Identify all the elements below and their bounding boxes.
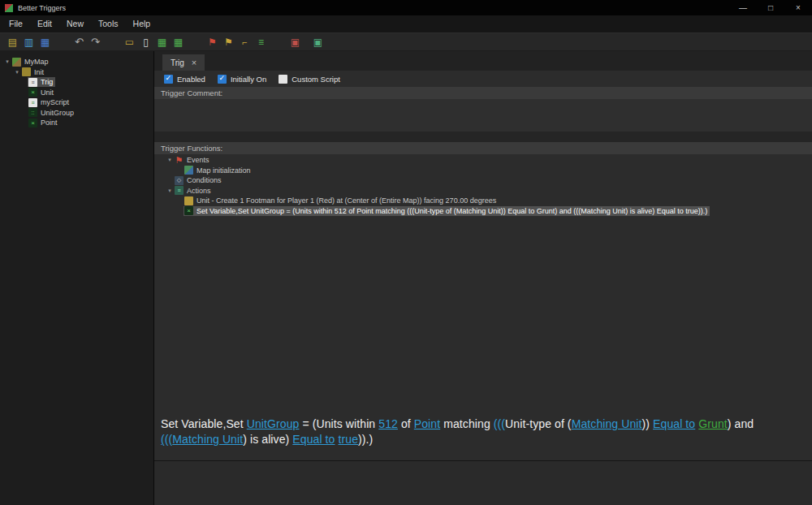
checkbox-label: Enabled [177,75,205,84]
tab-label: Trig [171,58,184,67]
toolbar: ▤ ▥ ▦ ↶ ↷ ▭ ▯ ▦ ▦ ⚑ ⚑ ⌐ ≡ ▣ ▣ [0,32,812,51]
tree-item-label: myScript [41,98,69,106]
window-title: Better Triggers [18,4,66,12]
enabled-checkbox[interactable]: Enabled [164,75,205,84]
function-node-events[interactable]: Events [154,155,812,166]
redo-icon[interactable]: ↷ [88,35,103,49]
trigger-comment-input[interactable] [154,99,812,132]
param-unit-type-link[interactable]: Grunt [698,417,728,430]
checkbox-checked-icon [218,75,227,84]
tree-item-unitgroup[interactable]: UnitGroup [0,108,153,119]
tree-item-label: Point [41,119,58,127]
trigger-functions-label: Trigger Functions: [154,142,812,154]
tree-item-mymap[interactable]: MyMap [0,57,153,67]
param-point-link[interactable]: Point [414,417,440,430]
event-flag-icon[interactable]: ⚑ [205,35,220,49]
menu-new[interactable]: New [59,15,91,32]
unit-action-icon [184,196,193,205]
tree-item-point[interactable]: Point [0,118,153,128]
param-condition-open-link[interactable]: ((( [494,417,505,430]
import-icon[interactable]: ▥ [21,35,37,49]
function-node-label: Events [187,156,209,164]
tab-bar: Trig × [154,51,812,71]
condition-flag-icon[interactable]: ⚑ [221,35,236,49]
close-button[interactable]: × [784,3,812,12]
function-node-conditions[interactable]: Conditions [154,175,812,186]
tab-close-icon[interactable]: × [192,58,197,67]
condition-icon[interactable]: ⌐ [237,35,253,49]
detail-text: Unit-type of ( [505,417,572,430]
conditions-icon [175,176,184,185]
detail-text: Set Variable,Set [161,417,247,430]
script-export-icon[interactable]: ▦ [154,35,170,49]
expand-arrow-icon[interactable] [13,69,21,76]
expand-arrow-icon[interactable] [3,58,11,65]
script-import-icon[interactable]: ▦ [171,35,186,49]
param-operator-link[interactable]: Equal to [653,417,695,430]
bottom-panel [154,460,812,505]
expand-arrow-icon[interactable] [166,157,174,163]
menu-bar: File Edit New Tools Help [0,15,812,32]
trigger-editor: Trig × Enabled Initially On Custom Scrip… [154,51,812,505]
function-node-set-variable[interactable]: Set Variable,Set UnitGroup = (Units with… [154,206,812,217]
events-flag-icon [175,156,184,165]
enable-trigger-icon[interactable]: ▣ [287,35,303,49]
undo-icon[interactable]: ↶ [71,35,87,49]
param-operator-link-2[interactable]: Equal to [292,433,335,446]
function-node-label: Unit - Create 1 Footman for Player 1 (Re… [197,196,496,205]
new-category-icon[interactable]: ▤ [5,35,20,49]
menu-help[interactable]: Help [126,15,158,32]
open-folder-icon[interactable]: ▭ [122,35,137,49]
tree-item-myscript[interactable]: myScript [0,97,153,108]
param-condition-open-link-2[interactable]: ((( [161,433,172,446]
tree-item-trig[interactable]: Trig [0,77,153,88]
function-node-label: Set Variable,Set UnitGroup = (Units with… [197,207,707,215]
detail-text: = (Units within [299,417,378,430]
detail-text: matching [440,417,494,430]
window-controls: — □ × [729,3,812,12]
checkbox-label: Initially On [231,75,266,84]
param-variable-link[interactable]: UnitGroup [247,417,300,430]
checkbox-unchecked-icon [279,75,287,84]
function-node-actions[interactable]: Actions [154,186,812,196]
tab-trig[interactable]: Trig × [162,54,205,71]
set-variable-icon [184,206,193,215]
action-detail-text: Set Variable,Set UnitGroup = (Units with… [161,417,793,447]
param-matching-unit-link-2[interactable]: Matching Unit [172,433,243,446]
menu-tools[interactable]: Tools [91,15,126,32]
maximize-button[interactable]: □ [757,3,784,12]
tree-item-label: UnitGroup [41,109,74,117]
expand-arrow-icon[interactable] [166,188,174,194]
tree-item-label: Init [34,68,44,76]
param-boolean-link[interactable]: true [339,433,359,446]
checkbox-label: Custom Script [292,75,340,84]
actions-icon[interactable]: ≡ [253,35,269,49]
detail-text: )).) [358,433,373,446]
param-matching-unit-link[interactable]: Matching Unit [572,417,642,430]
menu-edit[interactable]: Edit [30,15,59,32]
app-window: Better Triggers — □ × File Edit New Tool… [0,0,812,505]
save-icon[interactable]: ▦ [37,35,53,49]
detail-text: ) and [728,417,757,430]
function-node-unit-create[interactable]: Unit - Create 1 Footman for Player 1 (Re… [154,196,812,206]
tree-item-label: Trig [41,78,53,86]
title-bar: Better Triggers — □ × [0,0,812,15]
initially-on-checkbox[interactable]: Initially On [218,75,266,84]
detail-text: ) is alive) [243,433,292,446]
trigger-page-icon [28,78,37,87]
new-file-icon[interactable]: ▯ [138,35,153,49]
custom-script-checkbox[interactable]: Custom Script [279,75,340,84]
project-tree-panel: MyMap Init Trig Unit myScript UnitGr [0,51,154,505]
function-node-label: Actions [187,187,211,195]
tree-item-unit[interactable]: Unit [0,88,153,98]
checkbox-checked-icon [164,75,173,84]
variable-icon[interactable]: ▣ [310,35,326,49]
minimize-button[interactable]: — [729,3,757,12]
menu-file[interactable]: File [2,15,30,32]
trigger-functions-tree: Events Map initialization Conditions Act… [154,155,812,277]
param-radius-link[interactable]: 512 [378,417,398,430]
tree-item-init[interactable]: Init [0,67,153,78]
function-node-map-initialization[interactable]: Map initialization [154,166,812,176]
section-divider [154,132,812,142]
point-icon [28,119,37,127]
